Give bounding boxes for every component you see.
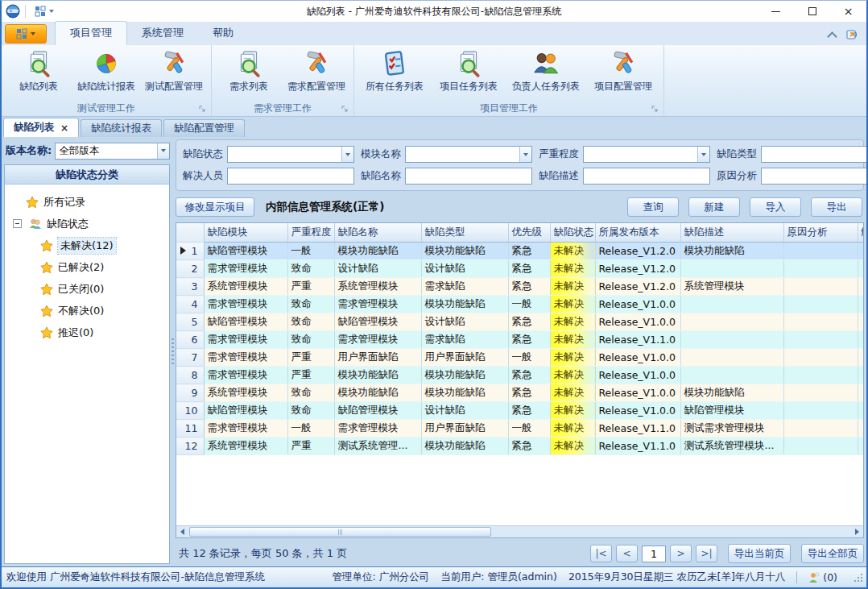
cell[interactable]: 严重 [287, 278, 334, 296]
export-current-page-button[interactable]: 导出当前页 [728, 544, 791, 563]
cell[interactable]: 紧急 [508, 367, 550, 384]
cell[interactable]: 紧急 [508, 384, 550, 402]
cell[interactable]: 一般 [287, 243, 334, 260]
cell[interactable] [680, 331, 783, 349]
cell[interactable]: Release_V1.2.0 [595, 243, 680, 260]
cell[interactable]: 用户界面缺陷 [421, 349, 508, 367]
cell[interactable]: Release_V1.0.0 [595, 313, 680, 331]
column-header-solution[interactable]: 解决方法 [858, 223, 864, 243]
row-number[interactable]: 7 [176, 349, 204, 367]
cell[interactable] [858, 438, 864, 455]
column-header-defect-desc[interactable]: 缺陷描述 [680, 223, 783, 243]
cell[interactable]: 缺陷管理模块 [204, 243, 287, 260]
tree-item-postponed[interactable]: 推迟(0) [6, 321, 167, 343]
cell[interactable]: 致命 [287, 331, 334, 349]
status-cell[interactable]: 未解决 [550, 243, 595, 260]
column-header-priority[interactable]: 优先级 [508, 223, 550, 243]
column-header-defect-type[interactable]: 缺陷类型 [421, 223, 508, 243]
cell[interactable] [680, 296, 783, 313]
ribbon-tab-help[interactable]: 帮助 [198, 22, 248, 45]
status-cell[interactable]: 未解决 [550, 331, 595, 349]
cell[interactable] [680, 313, 783, 331]
last-page-button[interactable]: >| [696, 545, 717, 562]
cell[interactable]: 用户界面缺陷 [421, 420, 508, 438]
cell[interactable]: 严重 [287, 367, 334, 384]
cell[interactable]: 需求管理模块 [204, 296, 287, 313]
chevron-down-icon[interactable] [341, 147, 353, 162]
cell[interactable]: 紧急 [508, 438, 550, 455]
ribbon-tab-project-mgmt[interactable]: 项目管理 [55, 21, 127, 45]
cell[interactable] [783, 438, 858, 455]
cell[interactable] [783, 296, 858, 313]
prev-page-button[interactable]: < [616, 545, 638, 562]
row-number[interactable]: 2 [176, 260, 204, 278]
cell[interactable]: 模块功能缺陷 [421, 243, 508, 260]
status-cell[interactable]: 未解决 [550, 260, 595, 278]
import-button[interactable]: 导入 [750, 197, 801, 217]
cell[interactable]: 致命 [287, 402, 334, 420]
modify-columns-button[interactable]: 修改显示项目 [176, 197, 254, 217]
cell[interactable]: 模块功能缺陷 [680, 243, 783, 260]
cell[interactable] [783, 402, 858, 420]
table-row[interactable]: 9 系统管理模块致命 模块功能缺陷模块功能缺陷 紧急未解决 Release_V1… [176, 384, 864, 402]
cell[interactable]: Release_V1.2.0 [595, 260, 680, 278]
cell[interactable] [783, 367, 858, 384]
row-number[interactable]: 5 [176, 313, 204, 331]
horizontal-scrollbar[interactable] [176, 525, 863, 537]
cell[interactable]: 致命 [287, 296, 334, 313]
cause-analysis-input[interactable] [761, 168, 868, 185]
table-row[interactable]: 1 缺陷管理模块一般 模块功能缺陷模块功能缺陷 紧急未解决 Release_V1… [176, 243, 864, 260]
cell[interactable]: 严重 [287, 438, 334, 455]
panel-splitter[interactable] [170, 139, 176, 564]
cell[interactable] [680, 349, 783, 367]
cell[interactable]: 模块功能缺陷 [680, 384, 783, 402]
table-row[interactable]: 12 系统管理模块严重 测试系统管理...模块功能缺陷 紧急未解决 Releas… [176, 438, 864, 455]
resize-grip-icon[interactable] [854, 573, 863, 583]
row-number[interactable]: 1 [176, 243, 204, 260]
cell[interactable]: 紧急 [508, 331, 550, 349]
cell[interactable]: 缺陷管理模块 [204, 402, 287, 420]
export-all-pages-button[interactable]: 导出全部页 [801, 544, 864, 563]
cell[interactable] [858, 349, 864, 367]
quick-access-toolbar[interactable] [31, 4, 57, 19]
cell[interactable]: 一般 [508, 349, 550, 367]
page-number-input[interactable] [642, 545, 666, 562]
cell[interactable]: 系统管理模块 [204, 438, 287, 455]
cell[interactable]: 系统管理模块 [204, 384, 287, 402]
cell[interactable] [783, 313, 858, 331]
cell[interactable] [858, 384, 864, 402]
cell[interactable]: 一般 [508, 296, 550, 313]
cell[interactable]: 需求管理模块 [204, 260, 287, 278]
tree-item-unresolved[interactable]: 未解决(12) [6, 234, 167, 256]
tree-item-all-records[interactable]: 所有记录 [6, 191, 167, 213]
defect-status-combo[interactable] [227, 146, 354, 163]
cell[interactable] [783, 349, 858, 367]
row-number[interactable]: 11 [176, 420, 204, 438]
status-cell[interactable]: 未解决 [550, 420, 595, 438]
column-header-defect-module[interactable]: 缺陷模块 [204, 223, 287, 243]
table-row[interactable]: 5 缺陷管理模块致命 缺陷管理模块设计缺陷 紧急未解决 Release_V1.0… [176, 313, 864, 331]
minimize-button[interactable] [758, 1, 794, 22]
chevron-down-icon[interactable] [157, 143, 169, 159]
cell[interactable]: 测试需求管理模块 [680, 420, 783, 438]
cell[interactable]: 测试系统管理... [334, 438, 421, 455]
cell[interactable] [783, 243, 858, 260]
cell[interactable]: 致命 [287, 260, 334, 278]
dialog-launcher-icon[interactable] [199, 106, 206, 113]
cell[interactable]: Release_V1.0.0 [595, 384, 680, 402]
cell[interactable]: Release_V1.1.0 [595, 438, 680, 455]
cell[interactable]: 致命 [287, 384, 334, 402]
cell[interactable]: 一般 [508, 420, 550, 438]
cell[interactable]: 系统管理模块 [334, 278, 421, 296]
cell[interactable]: 需求管理模块 [334, 331, 421, 349]
row-number[interactable]: 12 [176, 438, 204, 455]
requirement-config-mgmt-button[interactable]: 需求配置管理 [283, 48, 350, 100]
defect-stats-report-button[interactable]: 缺陷统计报表 [72, 48, 140, 100]
chevron-down-icon[interactable] [519, 147, 531, 162]
cell[interactable]: 需求管理模块 [334, 420, 421, 438]
cell[interactable]: 设计缺陷 [421, 402, 508, 420]
module-name-combo[interactable] [405, 146, 532, 163]
cell[interactable]: 模块功能缺陷 [421, 438, 508, 455]
tree-item-wont-fix[interactable]: 不解决(0) [6, 300, 167, 321]
window-style-icon[interactable] [845, 28, 858, 41]
